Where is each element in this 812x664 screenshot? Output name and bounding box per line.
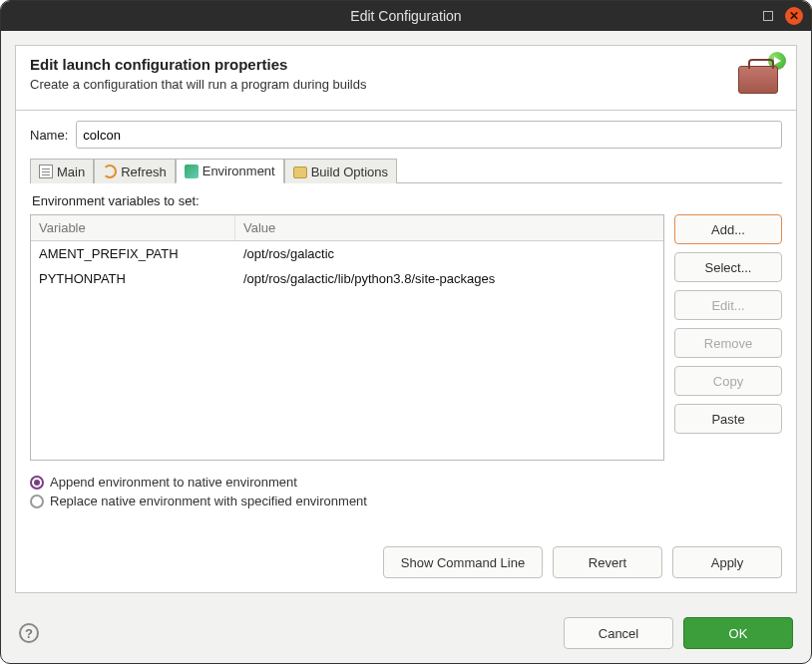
table-row[interactable]: PYTHONPATH /opt/ros/galactic/lib/python3… bbox=[31, 266, 663, 291]
env-vars-table[interactable]: Variable Value AMENT_PREFIX_PATH /opt/ro… bbox=[30, 214, 664, 461]
cell-value: /opt/ros/galactic bbox=[235, 244, 663, 263]
col-variable[interactable]: Variable bbox=[31, 215, 235, 240]
close-icon[interactable]: ✕ bbox=[785, 7, 803, 25]
bottom-buttons: Show Command Line Revert Apply bbox=[30, 546, 782, 578]
tab-main[interactable]: Main bbox=[30, 159, 94, 183]
env-mode-radios: Append environment to native environment… bbox=[30, 475, 782, 512]
copy-button: Copy bbox=[674, 366, 782, 396]
cell-variable: PYTHONPATH bbox=[31, 269, 235, 288]
dialog-content: Name: Main Refresh Environment bbox=[16, 110, 796, 592]
tab-label: Build Options bbox=[311, 165, 388, 179]
name-input[interactable] bbox=[76, 121, 782, 149]
dialog-footer: ? Cancel OK bbox=[1, 607, 811, 663]
name-row: Name: bbox=[30, 121, 782, 149]
radio-replace[interactable]: Replace native environment with specifie… bbox=[30, 494, 782, 508]
radio-checked-icon bbox=[30, 476, 44, 490]
remove-button: Remove bbox=[674, 328, 782, 358]
tab-build-options[interactable]: Build Options bbox=[284, 159, 397, 183]
table-row[interactable]: AMENT_PREFIX_PATH /opt/ros/galactic bbox=[31, 241, 663, 266]
tab-label: Main bbox=[57, 165, 85, 179]
cancel-button[interactable]: Cancel bbox=[564, 617, 673, 649]
name-label: Name: bbox=[30, 128, 68, 143]
refresh-icon bbox=[103, 165, 117, 178]
tab-label: Environment bbox=[203, 164, 275, 178]
table-body: AMENT_PREFIX_PATH /opt/ros/galactic PYTH… bbox=[31, 241, 663, 460]
radio-append[interactable]: Append environment to native environment bbox=[30, 475, 782, 490]
tab-environment[interactable]: Environment bbox=[176, 159, 284, 183]
header-subtitle: Create a configuration that will run a p… bbox=[30, 77, 734, 92]
document-icon bbox=[39, 165, 53, 178]
window-title: Edit Configuration bbox=[49, 8, 763, 24]
env-vars-label: Environment variables to set: bbox=[32, 193, 780, 208]
select-button[interactable]: Select... bbox=[674, 252, 782, 282]
env-side-buttons: Add... Select... Edit... Remove Copy Pas… bbox=[674, 214, 782, 461]
tab-refresh[interactable]: Refresh bbox=[94, 159, 176, 183]
revert-button[interactable]: Revert bbox=[553, 546, 662, 578]
header-title: Edit launch configuration properties bbox=[30, 56, 734, 73]
toolbox-icon bbox=[734, 56, 782, 96]
edit-button: Edit... bbox=[674, 290, 782, 320]
radio-label: Append environment to native environment bbox=[50, 475, 297, 490]
folder-icon bbox=[293, 166, 307, 178]
radio-unchecked-icon bbox=[30, 495, 44, 508]
show-command-line-button[interactable]: Show Command Line bbox=[383, 546, 543, 578]
environment-icon bbox=[185, 165, 199, 178]
cell-value: /opt/ros/galactic/lib/python3.8/site-pac… bbox=[235, 269, 663, 288]
dialog-window: Edit Configuration ✕ Edit launch configu… bbox=[0, 0, 812, 664]
maximize-icon[interactable] bbox=[763, 11, 773, 21]
col-value[interactable]: Value bbox=[235, 215, 663, 240]
cell-variable: AMENT_PREFIX_PATH bbox=[31, 244, 235, 263]
add-button[interactable]: Add... bbox=[674, 214, 782, 244]
dialog-body: Edit launch configuration properties Cre… bbox=[15, 45, 797, 593]
tabs: Main Refresh Environment Build Options bbox=[30, 159, 782, 183]
help-icon[interactable]: ? bbox=[19, 623, 39, 643]
ok-button[interactable]: OK bbox=[683, 617, 793, 649]
dialog-header: Edit launch configuration properties Cre… bbox=[16, 46, 796, 110]
radio-label: Replace native environment with specifie… bbox=[50, 494, 367, 508]
apply-button[interactable]: Apply bbox=[672, 546, 782, 578]
toolbox-body-icon bbox=[738, 66, 778, 94]
tab-panel-environment: Environment variables to set: Variable V… bbox=[30, 183, 782, 578]
titlebar[interactable]: Edit Configuration ✕ bbox=[1, 1, 811, 31]
tab-label: Refresh bbox=[121, 165, 167, 179]
table-header: Variable Value bbox=[31, 215, 663, 241]
paste-button[interactable]: Paste bbox=[674, 404, 782, 434]
